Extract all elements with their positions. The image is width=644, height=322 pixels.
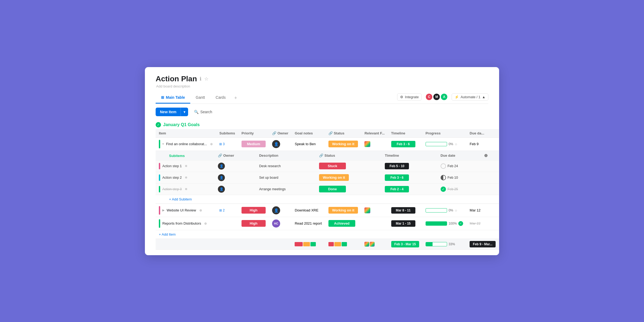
table-row: ▾ Find an online collaborat... ⊕ ⊞ 3 Med… bbox=[156, 137, 499, 151]
collapse-icon-2[interactable]: ▶ bbox=[162, 208, 164, 212]
new-item-dropdown-button[interactable]: ▾ bbox=[181, 108, 188, 116]
subitems-icon: ⊞ bbox=[219, 142, 222, 146]
subitem-status-badge-2[interactable]: Working on it bbox=[319, 174, 349, 181]
automate-icon: ⚡ bbox=[455, 95, 459, 99]
summary-empty bbox=[156, 239, 291, 250]
subitem-status-badge-3[interactable]: Done bbox=[319, 186, 346, 192]
subitem-status-badge-1[interactable]: Stuck bbox=[319, 163, 346, 169]
subitem-owner-3: 👤 bbox=[215, 183, 256, 195]
goal-notes-text-2: Download XRE bbox=[295, 208, 318, 212]
th-item-name: Item bbox=[156, 129, 216, 138]
automate-button[interactable]: ⚡ Automate / 1 ▲ bbox=[452, 93, 488, 101]
subitem-due-text-2: Feb 10 bbox=[448, 176, 458, 180]
add-item-row[interactable]: + Add Item bbox=[156, 230, 499, 239]
goal-notes-cell-3: Read 2021 report bbox=[291, 217, 325, 230]
subitems-count-2: ⊞ 2 bbox=[219, 208, 235, 212]
subitem-timeline-badge-3[interactable]: Feb 2 - 4 bbox=[385, 186, 409, 192]
status-cell-3[interactable]: Achieved bbox=[325, 217, 361, 230]
subitem-add-icon-3[interactable]: ⊕ bbox=[185, 187, 187, 191]
subitem-timeline-3[interactable]: Feb 2 - 4 bbox=[382, 183, 437, 195]
subitem-status-1[interactable]: Stuck bbox=[316, 160, 382, 172]
integrate-label: Integrate bbox=[405, 95, 419, 99]
item-name-3: Reports from Distributors bbox=[162, 221, 201, 225]
gantt-label: Gantt bbox=[196, 95, 205, 100]
due-date-cell-3: Mar 22 bbox=[466, 217, 499, 230]
add-item-cell[interactable]: + Add Item bbox=[156, 230, 499, 239]
group-header: ✓ January Q1 Goals bbox=[156, 120, 488, 129]
subitems-icon-2: ⊞ bbox=[219, 208, 222, 212]
star-icon[interactable]: ☆ bbox=[204, 76, 208, 82]
priority-cell[interactable]: Medium bbox=[238, 137, 269, 151]
subitem-timeline-1[interactable]: Feb 5 - 10 bbox=[382, 160, 437, 172]
th-timeline: Timeline bbox=[388, 129, 422, 138]
summary-due-badge: Feb 9 - Mar... bbox=[470, 241, 496, 247]
add-icon-2[interactable]: ⊕ bbox=[199, 208, 202, 212]
progress-circle: ○ bbox=[455, 142, 457, 146]
add-subitem-icon[interactable]: ⊕ bbox=[210, 142, 213, 146]
sub-th-add[interactable]: ⊕ bbox=[481, 151, 499, 160]
subitem-name-1: Action step 1 ⊕ bbox=[156, 160, 215, 172]
summary-colors bbox=[291, 239, 325, 250]
subitem-bar-2 bbox=[159, 174, 160, 181]
tab-add[interactable]: + bbox=[231, 93, 240, 103]
status-cell-2[interactable]: Working on it bbox=[325, 204, 361, 217]
status-badge[interactable]: Working on it bbox=[328, 141, 358, 147]
add-icon-3[interactable]: ⊕ bbox=[204, 222, 207, 225]
app-container: Action Plan ℹ ☆ Add board description ⊞ … bbox=[145, 67, 499, 255]
integrate-icon: ⚙ bbox=[400, 95, 403, 99]
group-expand-icon[interactable]: ✓ bbox=[156, 122, 161, 127]
goal-notes-text-3: Read 2021 report bbox=[295, 221, 322, 225]
subitem-label-2: Action step 2 bbox=[162, 176, 182, 180]
integrate-button[interactable]: ⚙ Integrate bbox=[397, 93, 422, 101]
th-priority: Priority bbox=[238, 129, 269, 138]
status-badge-3[interactable]: Achieved bbox=[328, 220, 355, 227]
timeline-cell[interactable]: Feb 3 - 6 bbox=[388, 137, 422, 151]
timeline-badge-2[interactable]: Mar 8 - 11 bbox=[391, 207, 415, 214]
subitem-timeline-badge-2[interactable]: Feb 3 - 6 bbox=[385, 174, 409, 181]
item-name-cell-2: ▶ Website UI Review ⊕ bbox=[156, 204, 216, 217]
search-label: Search bbox=[200, 110, 212, 114]
new-item-button[interactable]: New Item bbox=[156, 108, 181, 116]
subitem-owner-2: 👤 bbox=[215, 172, 256, 183]
group-title: January Q1 Goals bbox=[163, 122, 200, 127]
timeline-badge-3[interactable]: Mar 1 - 15 bbox=[391, 220, 415, 227]
timeline-badge[interactable]: Feb 3 - 6 bbox=[391, 141, 415, 147]
priority-cell-3[interactable]: High bbox=[238, 217, 269, 230]
chevron-up-icon: ▲ bbox=[482, 95, 485, 99]
tab-main-table[interactable]: ⊞ Main Table bbox=[156, 93, 190, 104]
progress-bar-container-3: 100% ✓ bbox=[426, 221, 463, 226]
status-cell[interactable]: Working on it bbox=[325, 137, 361, 151]
main-table-label: Main Table bbox=[166, 95, 185, 100]
subitem-label-3: Action step 3 bbox=[162, 187, 182, 191]
subitem-timeline-badge-1[interactable]: Feb 5 - 10 bbox=[385, 163, 409, 169]
subitem-avatar-3: 👤 bbox=[218, 186, 225, 193]
search-button[interactable]: 🔍 Search bbox=[191, 108, 215, 116]
priority-badge[interactable]: Medium bbox=[241, 141, 266, 147]
add-subitem-label[interactable]: + Add Subitem bbox=[169, 197, 192, 201]
add-subitem-cell[interactable]: + Add Subitem bbox=[156, 195, 499, 203]
priority-badge-3[interactable]: High bbox=[241, 220, 266, 227]
owner-avatar: 👤 bbox=[272, 140, 280, 148]
item-name-cell-3: Reports from Distributors ⊕ bbox=[156, 217, 216, 230]
status-badge-2[interactable]: Working on it bbox=[328, 207, 358, 214]
timeline-cell-2[interactable]: Mar 8 - 11 bbox=[388, 204, 422, 217]
subitems-value-2: 2 bbox=[223, 208, 225, 212]
due-date-text-2: Mar 12 bbox=[470, 208, 480, 212]
add-subitem-row[interactable]: + Add Subitem bbox=[156, 195, 499, 203]
add-item-label[interactable]: + Add Item bbox=[159, 232, 176, 236]
priority-badge-2[interactable]: High bbox=[241, 207, 266, 214]
subitems-label: Subitems bbox=[169, 154, 185, 158]
subitem-status-3[interactable]: Done bbox=[316, 183, 382, 195]
tab-gantt[interactable]: Gantt bbox=[190, 93, 210, 104]
subitem-add-icon-1[interactable]: ⊕ bbox=[185, 164, 187, 168]
info-icon[interactable]: ℹ bbox=[200, 76, 202, 82]
subitem-timeline-2[interactable]: Feb 3 - 6 bbox=[382, 172, 437, 183]
subitem-due-text-3: Feb 25 bbox=[448, 187, 458, 191]
subitem-owner-1: 👤 bbox=[215, 160, 256, 172]
subitem-status-2[interactable]: Working on it bbox=[316, 172, 382, 183]
timeline-cell-3[interactable]: Mar 1 - 15 bbox=[388, 217, 422, 230]
subitem-add-icon-2[interactable]: ⊕ bbox=[185, 176, 187, 179]
collapse-icon[interactable]: ▾ bbox=[162, 142, 164, 146]
tab-cards[interactable]: Cards bbox=[210, 93, 231, 104]
priority-cell-2[interactable]: High bbox=[238, 204, 269, 217]
